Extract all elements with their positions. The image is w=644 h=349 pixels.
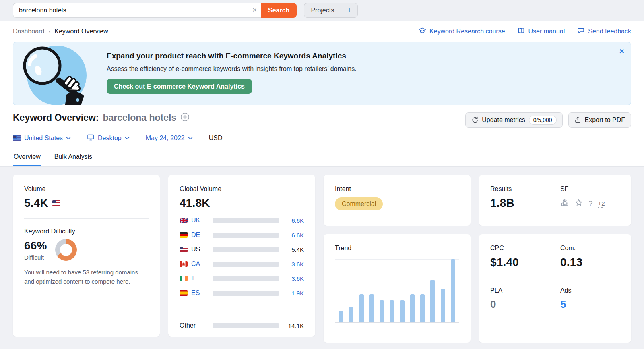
global-volume-row-other: Other 14.1K	[180, 321, 304, 330]
chevron-down-icon	[125, 137, 130, 140]
flag-us-icon	[52, 200, 60, 206]
date-filter[interactable]: May 24, 2022	[146, 135, 193, 142]
keyword-difficulty-level: Difficult	[24, 254, 47, 261]
global-volume-value: 41.8K	[180, 197, 304, 210]
competition-label: Com.	[560, 245, 582, 252]
ads-value[interactable]: 5	[560, 298, 572, 311]
reviews-star-icon	[574, 198, 583, 209]
global-volume-row-ie[interactable]: IE 3.6K	[180, 274, 304, 283]
global-volume-row-ca[interactable]: CA 3.6K	[180, 260, 304, 268]
page-keyword: barcelona hotels	[103, 112, 176, 123]
trend-bar	[359, 294, 364, 322]
device-filter[interactable]: Desktop	[87, 133, 130, 143]
trend-bar	[349, 307, 353, 322]
global-volume-row-uk[interactable]: UK 6.6K	[180, 216, 304, 225]
global-volume-row-de[interactable]: DE 6.6K	[180, 231, 304, 239]
export-pdf-button[interactable]: Export to PDF	[568, 112, 631, 128]
pla-label: PLA	[490, 287, 560, 294]
keyword-difficulty-value: 66%	[24, 239, 47, 252]
add-keyword-icon[interactable]	[180, 112, 190, 123]
magnifier-illustration	[13, 42, 107, 105]
flag-ca-icon	[180, 261, 188, 267]
global-volume-row-us[interactable]: US 5.4K	[180, 245, 304, 254]
volume-bar	[213, 276, 279, 281]
faq-question-icon: ?	[588, 199, 593, 208]
breadcrumb-dashboard[interactable]: Dashboard	[13, 28, 44, 35]
flag-us-icon	[13, 135, 21, 141]
results-value: 1.8B	[490, 197, 560, 210]
volume-bar	[213, 247, 279, 252]
keyword-research-course-link[interactable]: Keyword Research course	[418, 27, 505, 36]
competition-value: 0.13	[560, 256, 582, 269]
volume-bar	[213, 291, 279, 296]
global-volume-card: Global Volume 41.8K UK 6.6K DE 6.6K US 5…	[168, 175, 315, 337]
trend-bar	[441, 289, 445, 322]
chevron-down-icon	[66, 137, 71, 140]
graduation-cap-icon	[418, 27, 426, 36]
trend-bar	[380, 300, 384, 322]
trend-bar	[390, 300, 394, 322]
chevron-down-icon	[188, 137, 193, 140]
more-serp-features[interactable]: +2	[598, 200, 605, 208]
trend-chart	[335, 259, 459, 323]
flag-de-icon	[180, 232, 188, 238]
banner-cta-button[interactable]: Check out E-commerce Keyword Analytics	[107, 79, 252, 94]
banner-subtitle: Assess the efficiency of e-commerce keyw…	[107, 65, 357, 73]
country-filter[interactable]: United States	[13, 135, 71, 142]
tab-bulk-analysis[interactable]: Bulk Analysis	[54, 151, 93, 166]
ads-label: Ads	[560, 287, 572, 294]
user-manual-link[interactable]: User manual	[517, 27, 565, 36]
flag-es-icon	[180, 290, 188, 296]
projects-button[interactable]: Projects	[304, 3, 341, 17]
volume-bar	[213, 323, 279, 328]
send-feedback-link[interactable]: Send feedback	[577, 27, 631, 36]
volume-label: Volume	[24, 185, 149, 193]
promo-banner: Expand your product reach with E-commerc…	[13, 42, 631, 105]
search-button[interactable]: Search	[261, 3, 297, 18]
trend-bar	[451, 259, 455, 322]
update-metrics-button[interactable]: Update metrics 0/5,000	[465, 112, 562, 128]
banner-close-icon[interactable]: ×	[619, 46, 624, 56]
top-search-bar: × Search Projects +	[0, 0, 644, 21]
trend-bar	[430, 280, 435, 322]
quota-badge: 0/5,000	[529, 116, 557, 125]
currency-label: USD	[209, 135, 223, 142]
volume-bar	[213, 218, 279, 223]
global-volume-label: Global Volume	[180, 185, 304, 193]
cpc-value: $1.40	[490, 256, 560, 269]
breadcrumb-current: Keyword Overview	[54, 28, 108, 35]
breadcrumb: Dashboard › Keyword Overview	[13, 28, 108, 35]
intent-label: Intent	[335, 185, 459, 193]
results-card: Results 1.8B SF ? +2	[479, 175, 631, 226]
serp-features-label: SF	[560, 185, 605, 193]
trend-bar	[339, 311, 343, 322]
flag-us-icon	[180, 247, 188, 252]
search-input[interactable]	[13, 3, 261, 18]
volume-value: 5.4K	[24, 197, 48, 210]
volume-bar	[213, 233, 279, 238]
keyword-difficulty-label: Keyword Difficulty	[24, 228, 149, 235]
page-title: Keyword Overview:	[13, 112, 99, 123]
intent-badge[interactable]: Commercial	[335, 197, 383, 210]
tab-bar: Overview Bulk Analysis	[0, 151, 644, 167]
trend-bar	[369, 294, 374, 322]
keyword-difficulty-description: You will need to have 53 referring domai…	[24, 268, 149, 286]
local-pack-icon	[560, 198, 569, 209]
cpc-label: CPC	[490, 245, 560, 252]
tab-overview[interactable]: Overview	[13, 151, 41, 166]
volume-card: Volume 5.4K Keyword Difficulty 66% Diffi…	[13, 175, 160, 337]
trend-label: Trend	[335, 245, 459, 252]
breadcrumb-separator-icon: ›	[48, 28, 50, 35]
monitor-icon	[87, 133, 95, 143]
chat-bubble-icon	[577, 27, 585, 36]
volume-bar	[213, 262, 279, 267]
global-volume-row-es[interactable]: ES 1.9K	[180, 289, 304, 297]
book-icon	[517, 27, 525, 36]
trend-bar	[410, 294, 415, 322]
add-project-button[interactable]: +	[341, 3, 357, 17]
clear-search-icon[interactable]: ×	[252, 5, 257, 15]
cpc-card: CPC $1.40 Com. 0.13 PLA 0 Ads 5	[479, 234, 631, 343]
trend-card: Trend	[324, 234, 471, 343]
export-icon	[574, 116, 581, 125]
refresh-icon	[471, 116, 478, 125]
